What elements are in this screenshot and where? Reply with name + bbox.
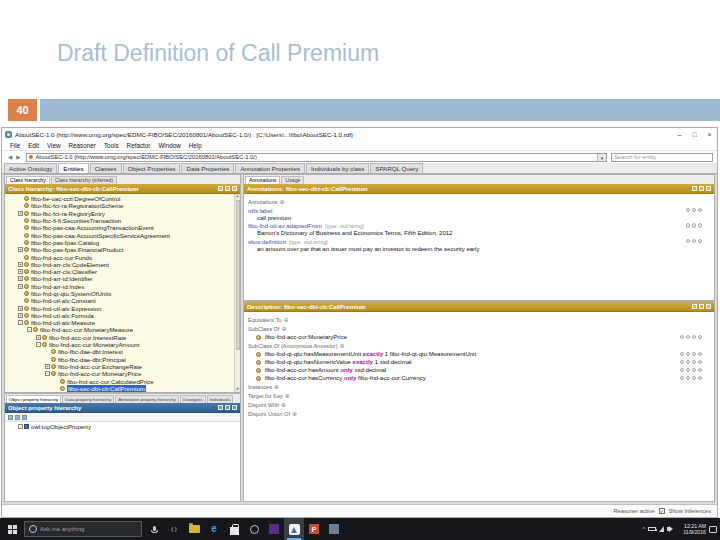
panel-menu-icon[interactable] [692,304,697,309]
tree-row[interactable]: - fibo-fnd-acc-cur:MonetaryMeasure [5,326,234,333]
menu-item[interactable]: Help [185,142,206,149]
menu-item[interactable]: Refactor [123,142,155,149]
float-panel-icon[interactable] [225,186,230,191]
annotation-property[interactable]: rdfs:label [248,208,272,214]
delete-button[interactable] [698,368,703,373]
add-axiom-button[interactable]: ⊕ [285,393,290,399]
annotate-button[interactable] [686,376,691,381]
tree-row[interactable]: fibo-fnd-acc-cur:Funds [5,253,234,260]
settings-app-icon[interactable] [244,518,264,540]
main-tab[interactable]: Individuals by class [306,163,369,173]
expand-toggle[interactable]: - [45,371,50,376]
panel-tab[interactable]: Individuals [207,395,234,403]
menu-item[interactable]: Window [154,142,184,149]
expand-toggle[interactable]: + [36,335,41,340]
chevron-up-icon[interactable]: ^ [642,526,645,532]
panel-tab[interactable]: Object property hierarchy [6,395,61,403]
main-tab[interactable]: Entities [58,163,88,173]
tree-row[interactable]: + fibo-fnd-utl-alx:Expression [5,304,234,311]
edit-button[interactable] [692,368,697,373]
menu-item[interactable]: Tools [100,142,123,149]
show-inferences-checkbox[interactable]: ✓ [659,508,665,514]
powerpoint-icon[interactable]: P [304,518,324,540]
close-panel-icon[interactable] [706,186,711,191]
tree-row[interactable]: + fibo-fnd-arr-id:Identifier [5,275,234,282]
delete-property-icon[interactable] [22,415,27,420]
tree-row[interactable]: fibo-fbc-fct-ra:RegistrationScheme [5,202,234,209]
edit-button[interactable] [692,239,697,244]
annotate-button[interactable] [686,360,691,365]
panel-menu-icon[interactable] [218,405,223,410]
add-axiom-button[interactable]: ⊕ [274,384,279,390]
axiom-expression[interactable]: fibo-fnd-qt-qtu:hasNumericValue exactly … [265,359,411,365]
add-sibling-property-icon[interactable] [15,415,20,420]
annotate-button[interactable] [686,239,691,244]
explain-button[interactable] [680,368,685,373]
expand-toggle[interactable]: + [18,211,23,216]
edit-button[interactable] [692,376,697,381]
tree-row[interactable]: fibo-fbc-pas-caa:AccountSpecificServiceA… [5,231,234,238]
explain-button[interactable] [680,335,685,340]
panel-menu-icon[interactable] [692,186,697,191]
taskbar-clock[interactable]: 12:21 AM 11/9/2016 [676,523,706,536]
add-annotation-button[interactable]: ⊕ [280,199,285,205]
expand-toggle[interactable]: + [18,276,23,281]
expand-toggle[interactable]: + [18,247,23,252]
close-panel-icon[interactable] [706,304,711,309]
axiom-row[interactable]: fibo-fnd-acc-cur:hasAmount only xsd:deci… [248,367,704,373]
edge-icon[interactable]: e [204,518,224,540]
close-panel-icon[interactable] [232,405,237,410]
float-panel-icon[interactable] [699,304,704,309]
annotate-button[interactable] [686,335,691,340]
window-titlebar[interactable]: AboutSEC-1.0 (http://www.omg.org/spec/ED… [2,128,717,141]
expand-toggle[interactable]: - [27,327,32,332]
expand-toggle[interactable]: + [18,269,23,274]
explain-button[interactable] [680,376,685,381]
expand-toggle[interactable]: - [18,424,23,429]
expand-toggle[interactable]: - [18,320,23,325]
tree-row[interactable]: - fibo-fnd-acc-cur:MonetaryAmount [5,341,234,348]
edit-button[interactable] [692,360,697,365]
add-axiom-button[interactable]: ⊕ [281,402,286,408]
annotate-button[interactable] [686,223,691,228]
expand-toggle[interactable]: + [45,364,50,369]
axiom-row[interactable]: fibo-fnd-qt-qtu:hasMeasurementUnit exact… [248,351,704,357]
code-app-icon[interactable]: ( ) [164,518,184,540]
edit-button[interactable] [692,208,697,213]
expand-toggle[interactable]: + [18,284,23,289]
axiom-expression[interactable]: fibo-fnd-acc-cur:hasCurrency only fibo-f… [265,375,426,381]
axiom-row[interactable]: fibo-fnd-acc-cur:hasCurrency only fibo-f… [248,375,704,381]
delete-button[interactable] [698,223,703,228]
battery-icon[interactable] [648,527,656,531]
add-axiom-button[interactable]: ⊕ [292,411,297,417]
delete-button[interactable] [698,239,703,244]
tree-row[interactable]: + fibo-fnd-arr-id:Index [5,283,234,290]
tree-row[interactable]: fibo-fbc-fi-fi:SecuritiesTransaction [5,217,234,224]
main-tab[interactable]: Active Ontology [4,163,57,173]
tree-row[interactable]: - owl:topObjectProperty [5,423,234,430]
main-tab[interactable]: SPARQL Query [370,163,423,173]
axiom-row[interactable]: fibo-fnd-qt-qtu:hasNumericValue exactly … [248,359,704,365]
protege-taskbar-icon[interactable] [284,518,304,540]
axiom-expression[interactable]: fibo-fnd-qt-qtu:hasMeasurementUnit exact… [265,351,476,357]
tree-row[interactable]: fibo-be-oac-cctl:DegreeOfControl [5,195,234,202]
add-axiom-button[interactable]: ⊕ [340,343,345,349]
taskbar-search[interactable]: Ask me anything [24,521,142,537]
annotation-row[interactable]: skos:definition [type: xsd:string] an am… [248,239,704,252]
tree-row[interactable]: fibo-fnd-acc-cur:CalculatedPrice [5,377,234,384]
expand-toggle[interactable]: + [18,313,23,318]
action-center-icon[interactable] [709,526,717,533]
start-button[interactable] [0,518,24,540]
tree-row[interactable]: fibo-fbc-dae-dbt:Interest [5,348,234,355]
delete-button[interactable] [698,360,703,365]
tree-row[interactable]: - fibo-fnd-utl-alx:Measure [5,319,234,326]
scroll-down-icon[interactable]: ▼ [235,387,240,392]
tree-row[interactable]: fibo-sec-dbt-cb:CallPremium [5,385,234,392]
annotation-row[interactable]: rdfs:label call premium [248,208,704,221]
menu-item[interactable]: File [6,142,24,149]
panel-tab[interactable]: Annotations [245,176,280,184]
axiom-expression[interactable]: fibo-fnd-acc-cur:hasAmount only xsd:deci… [265,367,386,373]
tree-row[interactable]: + fibo-fbc-pas-fpas:FinancialProduct [5,246,234,253]
add-axiom-button[interactable]: ⊕ [281,326,286,332]
panel-tab[interactable]: Class hierarchy (inferred) [51,176,117,184]
